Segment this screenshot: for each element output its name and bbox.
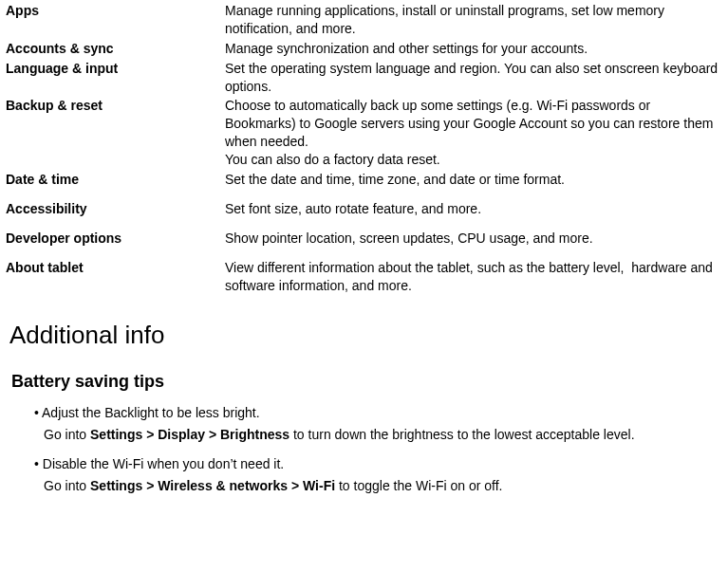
battery-tip-body: Go into Settings > Display > Brightness … <box>44 426 722 444</box>
setting-description: Choose to automatically back up some set… <box>225 97 722 169</box>
battery-tip-body-path: Settings > Display > Brightness <box>90 427 289 442</box>
setting-term: Developer options <box>6 230 225 248</box>
setting-description: Set the operating system language and re… <box>225 60 722 96</box>
battery-tips-list: • Adjust the Backlight to be less bright… <box>34 404 722 495</box>
battery-tip-heading-text: Disable the Wi-Fi when you don’t need it… <box>39 456 284 471</box>
setting-description-line: Set the operating system language and re… <box>225 60 722 96</box>
setting-description: Show pointer location, screen updates, C… <box>225 230 722 248</box>
battery-tip-body-pre: Go into <box>44 478 90 493</box>
setting-description-line: Manage running applications, install or … <box>225 2 722 38</box>
setting-description: Manage synchronization and other setting… <box>225 40 722 58</box>
setting-description-line: Choose to automatically back up some set… <box>225 97 722 151</box>
setting-description-line: View different information about the tab… <box>225 259 722 295</box>
setting-description: View different information about the tab… <box>225 259 722 295</box>
battery-tip-heading: • Disable the Wi-Fi when you don’t need … <box>34 455 722 473</box>
setting-term: Accounts & sync <box>6 40 225 58</box>
setting-term: Language & input <box>6 60 225 78</box>
setting-term: Backup & reset <box>6 97 225 115</box>
battery-tip-body-post: to toggle the Wi-Fi on or off. <box>335 478 502 493</box>
heading-additional-info: Additional info <box>9 319 722 352</box>
battery-tip-heading: • Adjust the Backlight to be less bright… <box>34 404 722 422</box>
setting-description-line: Set font size, auto rotate feature, and … <box>225 200 722 218</box>
setting-row: Developer optionsShow pointer location, … <box>6 230 722 248</box>
setting-row: Backup & resetChoose to automatically ba… <box>6 97 722 169</box>
heading-battery-tips: Battery saving tips <box>11 370 722 393</box>
battery-tip-body-pre: Go into <box>44 427 90 442</box>
setting-row: About tabletView different information a… <box>6 259 722 295</box>
setting-row: Date & timeSet the date and time, time z… <box>6 171 722 189</box>
battery-tip-heading-text: Adjust the Backlight to be less bright. <box>39 405 260 420</box>
setting-description: Set the date and time, time zone, and da… <box>225 171 722 189</box>
setting-term: About tablet <box>6 259 225 277</box>
setting-description: Manage running applications, install or … <box>225 2 722 38</box>
battery-tip-body: Go into Settings > Wireless & networks >… <box>44 477 722 495</box>
setting-description-line: Set the date and time, time zone, and da… <box>225 171 722 189</box>
setting-term: Date & time <box>6 171 225 189</box>
setting-term: Accessibility <box>6 200 225 218</box>
setting-row: Accounts & syncManage synchronization an… <box>6 40 722 58</box>
setting-row: AccessibilitySet font size, auto rotate … <box>6 200 722 218</box>
setting-description-line: You can also do a factory data reset. <box>225 151 722 169</box>
setting-row: AppsManage running applications, install… <box>6 2 722 38</box>
setting-term: Apps <box>6 2 225 20</box>
settings-definitions: AppsManage running applications, install… <box>6 2 722 294</box>
page-content: { "settings": [ { "term": "Apps", "desc"… <box>0 2 728 571</box>
setting-row: Language & inputSet the operating system… <box>6 60 722 96</box>
setting-description: Set font size, auto rotate feature, and … <box>225 200 722 218</box>
battery-tip-body-post: to turn down the brightness to the lowes… <box>289 427 634 442</box>
setting-description-line: Show pointer location, screen updates, C… <box>225 230 722 248</box>
battery-tip: • Disable the Wi-Fi when you don’t need … <box>34 455 722 495</box>
battery-tip: • Adjust the Backlight to be less bright… <box>34 404 722 444</box>
setting-description-line: Manage synchronization and other setting… <box>225 40 722 58</box>
battery-tip-body-path: Settings > Wireless & networks > Wi-Fi <box>90 478 335 493</box>
